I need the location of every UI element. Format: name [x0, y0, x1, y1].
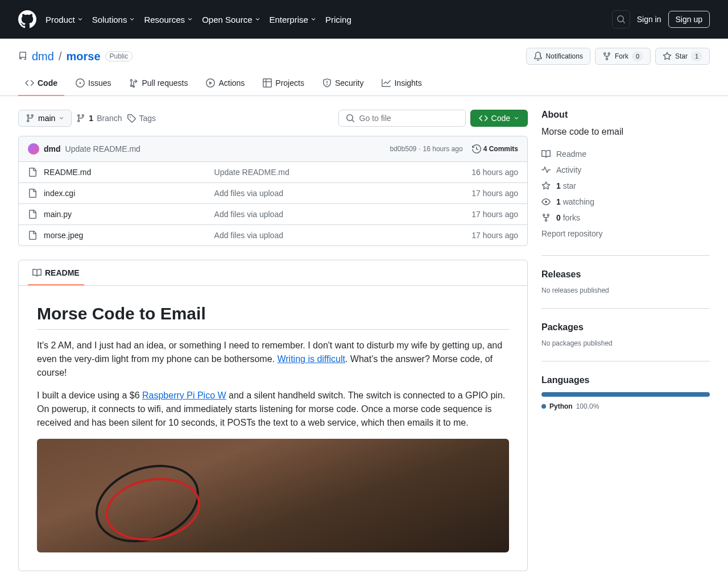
commit-time: 16 hours ago: [423, 145, 463, 153]
forks-link[interactable]: 0 forks: [541, 210, 710, 226]
file-commit-msg[interactable]: Update README.md: [214, 168, 472, 177]
branches-link[interactable]: 1 Branch: [76, 114, 122, 123]
readme-tab[interactable]: README: [28, 260, 84, 285]
github-logo-icon[interactable]: [18, 10, 36, 28]
signin-link[interactable]: Sign in: [637, 15, 661, 24]
readme-image: [37, 439, 509, 552]
file-row: morse.jpeg Add files via upload 17 hours…: [19, 225, 527, 246]
signup-button[interactable]: Sign up: [668, 11, 710, 28]
star-button[interactable]: Star 1: [655, 48, 710, 65]
watching-link[interactable]: 1 watching: [541, 194, 710, 210]
file-list: README.md Update README.md 16 hours ago …: [18, 162, 528, 246]
nav-product[interactable]: Product: [46, 10, 83, 29]
file-row: index.cgi Add files via upload 17 hours …: [19, 182, 527, 203]
file-commit-msg[interactable]: Add files via upload: [214, 210, 472, 219]
tab-actions[interactable]: Actions: [199, 74, 251, 95]
file-icon: [28, 189, 37, 198]
tab-projects[interactable]: Projects: [256, 74, 311, 95]
file-commit-msg[interactable]: Add files via upload: [214, 231, 472, 240]
repo-header: dmd / morse Public Notifications Fork 0 …: [0, 39, 728, 65]
file-time: 17 hours ago: [471, 210, 518, 219]
readme-tabs: README: [18, 260, 528, 286]
about-heading: About: [541, 110, 710, 120]
about-description: Morse code to email: [541, 127, 710, 137]
packages-heading[interactable]: Packages: [541, 322, 710, 332]
tags-link[interactable]: Tags: [127, 114, 156, 123]
repo-owner-link[interactable]: dmd: [32, 50, 54, 63]
tab-insights[interactable]: Insights: [375, 74, 428, 95]
commit-message[interactable]: Update README.md: [65, 144, 140, 153]
tab-security[interactable]: Security: [316, 74, 371, 95]
nav-resources[interactable]: Resources: [144, 10, 193, 29]
releases-heading[interactable]: Releases: [541, 269, 710, 280]
nav-pricing[interactable]: Pricing: [325, 10, 351, 29]
notifications-button[interactable]: Notifications: [526, 48, 590, 65]
sidebar: About Morse code to email Readme Activit…: [541, 110, 710, 571]
repo-tabs: Code Issues Pull requests Actions Projec…: [0, 74, 728, 96]
readme-link[interactable]: Raspberry Pi Pico W: [142, 390, 226, 400]
commit-author-link[interactable]: dmd: [44, 144, 61, 153]
readme-title: Morse Code to Email: [37, 304, 509, 330]
latest-commit-bar: dmd Update README.md bd0b509 · 16 hours …: [18, 136, 528, 162]
file-row: README.md Update README.md 16 hours ago: [19, 162, 527, 182]
languages-heading: Languages: [541, 375, 710, 385]
file-row: main.py Add files via upload 17 hours ag…: [19, 203, 527, 225]
commit-sha[interactable]: bd0b509: [390, 145, 417, 153]
visibility-badge: Public: [105, 51, 133, 61]
file-time: 17 hours ago: [471, 231, 518, 240]
report-link[interactable]: Report repository: [541, 226, 710, 242]
nav-solutions[interactable]: Solutions: [92, 10, 135, 29]
repo-icon: [18, 52, 27, 61]
file-time: 16 hours ago: [471, 168, 518, 177]
language-bar: [541, 392, 710, 397]
nav-enterprise[interactable]: Enterprise: [270, 10, 316, 29]
tab-code[interactable]: Code: [18, 74, 64, 95]
readme-content: Morse Code to Email It's 2 AM, and I jus…: [18, 286, 528, 571]
go-to-file-input[interactable]: [338, 110, 466, 127]
file-icon: [28, 231, 37, 240]
file-icon: [28, 210, 37, 219]
global-nav: Product Solutions Resources Open Source …: [46, 10, 351, 29]
stars-link[interactable]: 1 star: [541, 178, 710, 194]
file-icon: [28, 168, 37, 177]
tab-pull-requests[interactable]: Pull requests: [122, 74, 195, 95]
commits-link[interactable]: 4 Commits: [472, 144, 518, 153]
code-button[interactable]: Code: [470, 110, 528, 127]
nav-opensource[interactable]: Open Source: [202, 10, 260, 29]
file-link[interactable]: main.py: [44, 210, 72, 219]
file-link[interactable]: morse.jpeg: [44, 231, 83, 240]
repo-name-link[interactable]: morse: [66, 50, 100, 63]
avatar[interactable]: [28, 143, 39, 155]
file-link[interactable]: index.cgi: [44, 189, 75, 198]
file-link[interactable]: README.md: [44, 168, 91, 177]
fork-button[interactable]: Fork 0: [595, 48, 651, 65]
search-button[interactable]: [612, 10, 630, 28]
file-time: 17 hours ago: [471, 189, 518, 198]
file-commit-msg[interactable]: Add files via upload: [214, 189, 472, 198]
readme-link[interactable]: Writing is difficult: [277, 354, 345, 364]
activity-link[interactable]: Activity: [541, 162, 710, 178]
language-python[interactable]: Python 100.0%: [541, 402, 710, 410]
tab-issues[interactable]: Issues: [69, 74, 118, 95]
branch-selector[interactable]: main: [18, 110, 72, 127]
global-header: Product Solutions Resources Open Source …: [0, 0, 728, 39]
readme-link[interactable]: Readme: [541, 146, 710, 162]
